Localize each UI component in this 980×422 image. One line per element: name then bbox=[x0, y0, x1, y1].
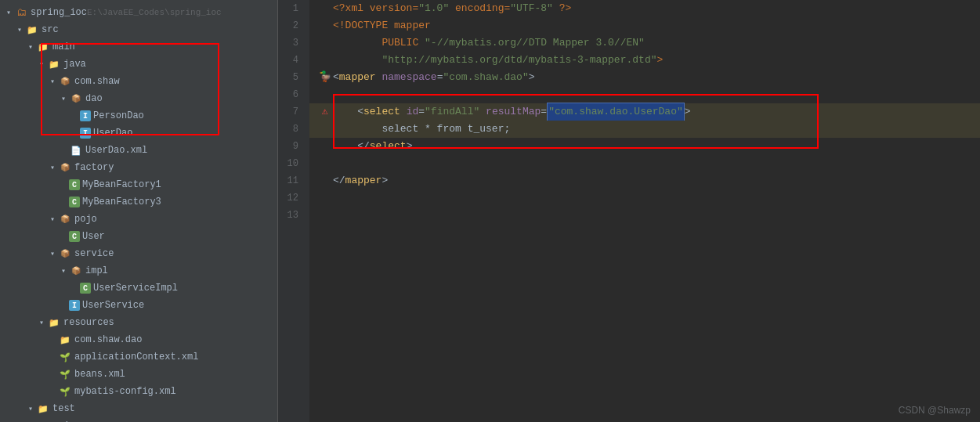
factory-package[interactable]: factory bbox=[0, 159, 277, 176]
code-token: "-//mybatis.org//DTD Mapper 3.0//EN" bbox=[425, 34, 645, 52]
folder-label: resources bbox=[63, 317, 114, 328]
code-token: > bbox=[656, 52, 663, 69]
file-label: applicationContext.xml bbox=[74, 352, 198, 362]
line-num-11: 11 bbox=[278, 172, 303, 189]
code-token: < bbox=[333, 103, 363, 121]
person-dao-class[interactable]: PersonDao bbox=[0, 107, 277, 124]
code-line-4: "http://mybatis.org/dtd/mybatis-3-mapper… bbox=[309, 52, 980, 69]
class-icon bbox=[80, 283, 91, 294]
com-shaw-package[interactable]: com.shaw bbox=[0, 73, 277, 90]
code-token: id bbox=[407, 103, 419, 121]
arrow-icon bbox=[14, 25, 25, 34]
code-token: "1.0" bbox=[418, 0, 449, 17]
folder-icon bbox=[58, 334, 72, 346]
file-label: mybatis-config.xml bbox=[74, 386, 176, 397]
test-folder[interactable]: test bbox=[0, 400, 277, 417]
mybeanfactory1-class[interactable]: MyBeanFactory1 bbox=[0, 176, 277, 193]
line-num-8: 8 bbox=[278, 121, 303, 138]
code-token bbox=[479, 103, 486, 121]
userserviceimpl-class[interactable]: UserServiceImpl bbox=[0, 280, 277, 297]
xml-spring-icon bbox=[58, 351, 72, 363]
userservice-class[interactable]: UserService bbox=[0, 297, 277, 314]
package-label: dao bbox=[85, 93, 103, 104]
main-folder[interactable]: main bbox=[0, 38, 277, 56]
folder-label: main bbox=[52, 41, 75, 52]
line-num-10: 10 bbox=[278, 155, 303, 172]
line-numbers: 1 2 3 4 5 6 7 8 9 10 11 12 13 bbox=[278, 0, 309, 422]
package-icon bbox=[58, 247, 72, 260]
package-label: com.shaw bbox=[74, 76, 120, 87]
class-label: User bbox=[82, 231, 105, 242]
line-num-6: 6 bbox=[278, 86, 303, 103]
code-token bbox=[333, 52, 382, 69]
editor: 1 2 3 4 5 6 7 8 9 10 11 12 13 <?xml vers… bbox=[278, 0, 980, 422]
arrow-icon bbox=[3, 8, 14, 17]
code-token: > bbox=[685, 103, 691, 121]
mybatis-config-xml[interactable]: mybatis-config.xml bbox=[0, 383, 277, 400]
package-label: impl bbox=[85, 265, 108, 276]
code-line-9: </select> bbox=[309, 138, 980, 155]
code-line-11: </mapper> bbox=[309, 172, 980, 189]
arrow-icon bbox=[47, 215, 58, 224]
package-label: pojo bbox=[74, 214, 97, 225]
folder-icon bbox=[36, 402, 50, 415]
src-folder[interactable]: src bbox=[0, 21, 277, 38]
class-label: PersonDao bbox=[93, 110, 144, 121]
user-dao-xml[interactable]: UserDao.xml bbox=[0, 142, 277, 159]
code-token: > bbox=[529, 69, 535, 86]
code-line-3: PUBLIC "-//mybatis.org//DTD Mapper 3.0//… bbox=[309, 34, 980, 52]
line-num-3: 3 bbox=[278, 34, 303, 52]
class-label: UserServiceImpl bbox=[93, 283, 178, 294]
resources-folder[interactable]: resources bbox=[0, 314, 277, 331]
xml-icon bbox=[69, 144, 83, 157]
watermark: CSDN @Shawzp bbox=[899, 405, 971, 416]
user-dao-class[interactable]: UserDao bbox=[0, 124, 277, 142]
class-label: UserService bbox=[82, 300, 144, 311]
arrow-icon bbox=[58, 94, 69, 103]
java-folder[interactable]: java bbox=[0, 56, 277, 73]
impl-package[interactable]: impl bbox=[0, 262, 277, 280]
interface-icon bbox=[80, 110, 91, 121]
class-icon bbox=[69, 231, 80, 242]
arrow-icon bbox=[25, 42, 36, 52]
code-line-5: 🦆 <mapper namespace="com.shaw.dao"> bbox=[309, 69, 980, 86]
code-token: <!DOCTYPE mapper bbox=[333, 17, 431, 34]
beans-xml[interactable]: beans.xml bbox=[0, 366, 277, 383]
code-line-1: <?xml version="1.0" encoding="UTF-8" ?> bbox=[309, 0, 980, 17]
line-num-7: 7 bbox=[278, 103, 303, 121]
folder-label: src bbox=[42, 24, 59, 35]
package-icon bbox=[69, 92, 83, 105]
code-token: namespace bbox=[382, 69, 436, 86]
folder-label: java bbox=[63, 59, 86, 70]
project-icon: 🗂 bbox=[14, 6, 28, 19]
sidebar: 🗂 spring_ioc E:\JavaEE_Codes\spring_ioc … bbox=[0, 0, 278, 422]
line-num-12: 12 bbox=[278, 189, 303, 207]
applicationcontext-xml[interactable]: applicationContext.xml bbox=[0, 348, 277, 366]
code-area[interactable]: <?xml version="1.0" encoding="UTF-8" ?> … bbox=[309, 0, 980, 422]
user-class[interactable]: User bbox=[0, 228, 277, 245]
code-token: = bbox=[418, 103, 425, 121]
package-icon bbox=[69, 265, 83, 277]
file-label: beans.xml bbox=[74, 369, 125, 380]
pojo-package[interactable]: pojo bbox=[0, 211, 277, 228]
code-line-13 bbox=[309, 207, 980, 224]
folder-label: com.shaw.dao bbox=[74, 334, 142, 345]
class-label: MyBeanFactory1 bbox=[82, 179, 161, 190]
code-token: "com.shaw.dao" bbox=[443, 69, 528, 86]
folder-label: test bbox=[52, 403, 75, 414]
test-java-folder[interactable]: java bbox=[0, 417, 277, 422]
code-token: > bbox=[407, 138, 413, 155]
service-package[interactable]: service bbox=[0, 245, 277, 262]
project-label: spring_ioc bbox=[31, 7, 87, 18]
arrow-icon bbox=[58, 266, 69, 276]
code-token: select bbox=[363, 103, 400, 121]
com-shaw-dao-folder[interactable]: com.shaw.dao bbox=[0, 331, 277, 348]
file-label: UserDao.xml bbox=[85, 145, 147, 156]
mybeanfactory3-class[interactable]: MyBeanFactory3 bbox=[0, 193, 277, 211]
code-token: "http://mybatis.org/dtd/mybatis-3-mapper… bbox=[382, 52, 656, 69]
code-token: </ bbox=[333, 138, 370, 155]
project-root[interactable]: 🗂 spring_ioc E:\JavaEE_Codes\spring_ioc bbox=[0, 4, 277, 21]
folder-icon bbox=[47, 316, 61, 329]
dao-package[interactable]: dao bbox=[0, 90, 277, 107]
line-num-9: 9 bbox=[278, 138, 303, 155]
